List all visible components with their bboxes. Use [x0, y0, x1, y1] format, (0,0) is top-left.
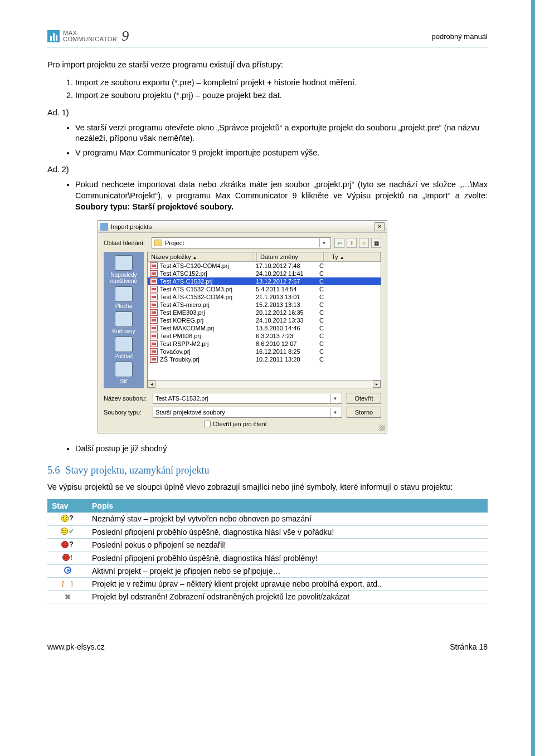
- file-row[interactable]: ZŠ Troubky.prj10.2.2011 13:20C: [148, 355, 381, 363]
- file-row[interactable]: Test ATS-micro.prj15.2.2013 13:13C: [148, 301, 381, 309]
- intro-text: Pro import projektu ze starší verze prog…: [47, 60, 488, 71]
- file-row[interactable]: Test ATS-C1532.prj13.12.2012 7:57C: [148, 277, 381, 285]
- file-icon: [150, 333, 158, 339]
- sidebar-desktop[interactable]: Plocha: [115, 286, 133, 309]
- filetype-combo[interactable]: Starší projektové soubory▼: [153, 407, 342, 418]
- status-table: Stav Popis ?Neznámý stav – projekt byl v…: [47, 499, 488, 603]
- file-icon: [150, 317, 158, 324]
- status-edit-icon: [ ]: [61, 580, 74, 588]
- file-row[interactable]: Test RSPP-M2.prj8.6.2010 12:07C: [148, 340, 381, 348]
- col-date[interactable]: Datum změny: [257, 252, 324, 261]
- lookin-combo[interactable]: Project ▼: [152, 237, 331, 248]
- footer-url: www.pk-elsys.cz: [47, 642, 105, 651]
- ad1-item-1: Ve starší verzi programu otevřete okno „…: [75, 123, 488, 144]
- status-ok-icon: ✓: [61, 528, 74, 535]
- file-icon: [150, 325, 158, 331]
- status-problem-icon: !: [62, 554, 72, 562]
- section-text: Ve výpisu projektů se ve sloupci úplně v…: [47, 482, 488, 493]
- nav-icons: ⇦ ⬆ ✳ ▦: [334, 238, 381, 248]
- approach-1: Import ze souboru exportu (*.pre) – komp…: [75, 77, 488, 89]
- ad1-item-2: V programu Max Communicator 9 projekt im…: [75, 148, 488, 159]
- readonly-label: Otevřít jen pro čtení: [213, 421, 267, 427]
- scroll-left[interactable]: ◂: [148, 381, 155, 388]
- file-row[interactable]: Tovačov.prj16.12.2011 8:25C: [148, 348, 381, 355]
- file-icon: [150, 286, 158, 292]
- up-icon[interactable]: ⬆: [347, 238, 357, 248]
- ad2-bold: Soubory typu: Starší projektové soubory.: [75, 202, 234, 211]
- sidebar-computer[interactable]: Počítač: [114, 336, 133, 359]
- file-list-header: Název položky ▲ Datum změny Ty ▲: [148, 252, 381, 262]
- sidebar-network[interactable]: Síť: [115, 362, 133, 384]
- section-number: 5.6: [47, 465, 60, 476]
- file-row[interactable]: Test EME303.prj20.12.2012 16:35C: [148, 309, 381, 316]
- logo-text: MAX COMMUNICATOR: [63, 30, 117, 42]
- post-list: Další postup je již shodný: [75, 443, 488, 455]
- back-icon[interactable]: ⇦: [334, 238, 344, 248]
- table-header: Stav Popis: [47, 499, 488, 513]
- open-button[interactable]: Otevřít: [347, 393, 381, 404]
- ad2-list: Pokud nechcete importovat data nebo zkrá…: [75, 179, 488, 212]
- file-list: Název položky ▲ Datum změny Ty ▲ Test AT…: [147, 252, 381, 388]
- ad2-item-text: Pokud nechcete importovat data nebo zkrá…: [75, 180, 488, 200]
- readonly-checkbox[interactable]: [204, 421, 211, 427]
- col-type[interactable]: Ty ▲: [328, 252, 381, 261]
- dialog-title: Import projektu: [111, 223, 152, 230]
- section-title: Stavy projektu, uzamykání projektu: [66, 465, 210, 476]
- chevron-down-icon[interactable]: ▼: [319, 238, 328, 247]
- table-row: !Poslední připojení proběhlo úspěšně, di…: [47, 552, 488, 565]
- places-sidebar: Naposledy navštívené Plocha Knihovny Poč…: [104, 252, 144, 388]
- import-dialog: Import projektu ✕ Oblast hledání: Projec…: [98, 220, 387, 433]
- logo-line2: COMMUNICATOR: [63, 36, 117, 42]
- views-icon[interactable]: ▦: [371, 238, 381, 248]
- ad2-label: Ad. 2): [47, 165, 488, 174]
- ad1-list: Ve starší verzi programu otevřete okno „…: [75, 123, 488, 159]
- file-row[interactable]: Test ATS-C120-COM4.prj17.10.2012 7:48C: [148, 262, 381, 270]
- file-icon: [150, 309, 158, 316]
- logo: MAX COMMUNICATOR 9: [47, 28, 129, 45]
- readonly-check[interactable]: Otevřít jen pro čtení: [204, 421, 381, 427]
- page-header: MAX COMMUNICATOR 9 podrobný manuál: [47, 28, 488, 47]
- resize-grip[interactable]: [378, 425, 385, 431]
- chevron-down-icon[interactable]: ▼: [330, 408, 339, 417]
- lookin-value: Project: [165, 240, 184, 246]
- filename-input[interactable]: Test ATS-C1532.prj▼: [153, 393, 342, 404]
- file-row[interactable]: Test ATSC152.prj24.10.2012 11:41C: [148, 270, 381, 277]
- section-heading: 5.6Stavy projektu, uzamykání projektu: [47, 465, 488, 476]
- file-icon: [150, 294, 158, 300]
- sidebar-libraries[interactable]: Knihovny: [112, 311, 135, 334]
- file-row[interactable]: Test ATS-C1532-COM3.prj5.4.2011 14:54C: [148, 285, 381, 293]
- col-popis: Popis: [87, 499, 488, 513]
- h-scrollbar[interactable]: ◂ ▸: [148, 380, 381, 388]
- approach-2: Import ze souboru projektu (*.prj) – pou…: [75, 90, 488, 101]
- status-deleted-icon: ✖: [65, 593, 71, 601]
- header-manual-label: podrobný manuál: [432, 32, 488, 41]
- file-icon: [150, 278, 158, 285]
- dialog-titlebar: Import projektu ✕: [98, 221, 387, 233]
- page-footer: www.pk-elsys.cz Stránka 18: [47, 642, 488, 651]
- newfolder-icon[interactable]: ✳: [359, 238, 369, 248]
- file-icon: [150, 356, 158, 363]
- file-icon: [150, 340, 158, 347]
- status-active-icon: [64, 567, 71, 574]
- file-row[interactable]: Test ATS-C1532-COM4.prj21.1.2013 13:01C: [148, 293, 381, 301]
- file-list-body[interactable]: Test ATS-C120-COM4.prj17.10.2012 7:48CTe…: [148, 262, 381, 380]
- file-row[interactable]: Test KOREG.prj24.10.2012 13:33C: [148, 316, 381, 324]
- filetype-label: Soubory typu:: [104, 409, 148, 416]
- table-row: ✓Poslední připojení proběhlo úspěšně, di…: [47, 525, 488, 539]
- file-icon: [150, 301, 158, 308]
- sidebar-recent[interactable]: Naposledy navštívené: [105, 255, 143, 284]
- close-button[interactable]: ✕: [374, 222, 385, 231]
- file-row[interactable]: Test PM108.prj6.3.2013 7:23C: [148, 332, 381, 340]
- file-row[interactable]: Test MAXCOMM.prj13.8.2010 14:46C: [148, 324, 381, 332]
- status-unknown-icon: ?: [61, 514, 73, 522]
- cancel-button[interactable]: Storno: [347, 407, 381, 418]
- logo-number: 9: [121, 28, 129, 45]
- table-row: [ ]Projekt je v režimu úprav – některý k…: [47, 578, 488, 591]
- scroll-right[interactable]: ▸: [373, 381, 381, 388]
- status-fail-icon: ?: [61, 540, 73, 548]
- ad2-item: Pokud nechcete importovat data nebo zkrá…: [75, 179, 488, 212]
- ad1-label: Ad. 1): [47, 108, 488, 117]
- chevron-down-icon[interactable]: ▼: [330, 394, 339, 403]
- table-row: ✖Projekt byl odstraněn! Zobrazení odstra…: [47, 591, 488, 603]
- col-name[interactable]: Název položky ▲: [148, 252, 252, 261]
